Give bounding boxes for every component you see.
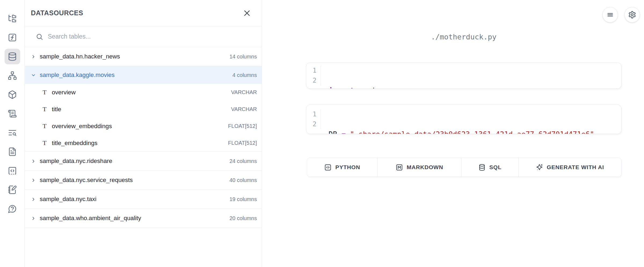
line-number: 2 [306,76,316,86]
code-square-icon [324,164,332,171]
line-numbers: 1 2 [306,66,321,86]
table-search [25,26,262,47]
add-button-label: SQL [489,164,502,170]
datasources-panel: DATASOURCES sample_data.hn.hacker_news 1… [25,0,262,267]
package-box-icon [8,90,17,99]
sidebar-item-datasources[interactable] [5,49,20,64]
database-icon [8,52,17,61]
panel-title: DATASOURCES [31,9,83,17]
chevron-right-icon [31,178,36,183]
chevron-right-icon [31,197,36,202]
sidebar-item-documentation[interactable] [5,144,20,160]
sparkles-icon [536,164,543,171]
column-row-title-embeddings[interactable]: T title_embeddings FLOAT[512] [25,135,262,151]
chevron-right-icon [31,54,36,59]
table-name: sample_data.hn.hacker_news [40,53,120,60]
database-icon [478,164,486,171]
markdown-square-icon [396,164,403,171]
settings-button[interactable] [624,7,640,23]
movies-columns-group: T overview VARCHAR T title VARCHAR T ove… [25,84,262,152]
table-columns-count: 4 columns [232,72,257,78]
sidebar-item-help[interactable] [5,201,20,217]
column-name: overview [52,89,76,96]
table-columns-count: 14 columns [230,54,257,60]
add-markdown-cell-button[interactable]: MARKDOWN [378,158,461,177]
table-name: sample_data.nyc.service_requests [40,177,133,184]
sidebar-item-notes[interactable] [5,182,20,198]
line-numbers: 1 2 [306,109,321,129]
table-row-who-ambient-air-quality[interactable]: sample_data.who.ambient_air_quality 20 c… [25,209,262,228]
add-cell-toolbar: PYTHON MARKDOWN SQL GENERATE WITH AI [307,158,621,177]
search-input[interactable] [48,33,262,40]
code-editor[interactable]: DB = "_share/sample_data/23b0d623-1361-4… [321,109,594,129]
table-columns-count: 24 columns [230,158,257,164]
close-panel-button[interactable] [243,9,251,17]
column-name: title_embeddings [52,140,97,147]
column-name: title [52,106,61,113]
code-cell-imports[interactable]: 1 2 import marimo as mo import duckdb [306,62,621,89]
text-type-icon: T [42,89,48,96]
network-graph-icon [8,71,17,80]
sidebar-item-outline-search[interactable] [5,125,20,140]
datasources-panel-header: DATASOURCES [25,0,262,26]
table-row-nyc-rideshare[interactable]: sample_data.nyc.rideshare 24 columns [25,152,262,171]
sidebar-item-snippets[interactable] [5,163,20,179]
column-name: overview_embeddings [52,123,112,130]
table-row-kaggle-movies[interactable]: sample_data.kaggle.movies 4 columns [25,66,262,84]
generate-with-ai-button[interactable]: GENERATE WITH AI [519,158,621,177]
chat-question-icon [8,204,17,213]
column-type: FLOAT[512] [228,140,257,146]
column-type: VARCHAR [231,106,257,112]
sidebar-item-logs[interactable] [5,106,20,121]
code-line: DB = "_share/sample_data/23b0d623-1361-4… [329,129,594,134]
table-row-nyc-service-requests[interactable]: sample_data.nyc.service_requests 40 colu… [25,171,262,190]
tables-list: sample_data.hn.hacker_news 14 columns sa… [25,47,262,228]
table-name: sample_data.who.ambient_air_quality [40,215,141,222]
add-sql-cell-button[interactable]: SQL [461,158,519,177]
table-row-nyc-taxi[interactable]: sample_data.nyc.taxi 19 columns [25,190,262,209]
text-type-icon: T [42,123,48,130]
close-icon [243,9,251,17]
add-button-label: PYTHON [335,164,360,170]
table-columns-count: 20 columns [230,215,257,221]
table-row-hacker-news[interactable]: sample_data.hn.hacker_news 14 columns [25,47,262,66]
add-button-label: GENERATE WITH AI [547,164,604,170]
table-name: sample_data.nyc.rideshare [40,158,112,165]
sidebar-item-file-explorer[interactable] [5,11,20,26]
code-line: import marimo as mo [329,86,410,89]
activity-rail [0,0,25,267]
column-row-overview-embeddings[interactable]: T overview_embeddings FLOAT[512] [25,118,262,135]
code-editor[interactable]: import marimo as mo import duckdb [321,66,410,86]
text-type-icon: T [42,106,48,113]
sidebar-item-packages[interactable] [5,87,20,102]
table-name: sample_data.kaggle.movies [40,72,115,79]
column-row-overview[interactable]: T overview VARCHAR [25,84,262,101]
sidebar-item-dependencies[interactable] [5,68,20,83]
add-button-label: MARKDOWN [407,164,443,170]
table-columns-count: 19 columns [230,196,257,202]
line-number: 1 [306,109,316,119]
search-icon [36,33,43,40]
gear-icon [628,11,636,19]
column-row-title[interactable]: T title VARCHAR [25,101,262,118]
line-number: 1 [306,66,316,76]
scroll-icon [8,109,17,118]
chevron-right-icon [31,159,36,164]
top-actions [602,7,640,23]
add-python-cell-button[interactable]: PYTHON [307,158,378,177]
chevron-right-icon [31,216,36,221]
folder-tree-icon [8,14,17,23]
notebook-filename[interactable]: ./motherduck.py [306,33,621,41]
notebook-area: ./motherduck.py 1 2 import marimo as mo … [262,0,644,267]
column-type: VARCHAR [231,89,257,95]
function-square-icon [8,33,17,42]
notebook-menu-button[interactable] [602,7,618,23]
code-cell-attach-db[interactable]: 1 2 DB = "_share/sample_data/23b0d623-13… [306,105,621,134]
file-text-icon [8,147,17,156]
sidebar-item-scratchpad[interactable] [5,30,20,45]
code-square-dashed-icon [8,166,17,175]
text-type-icon: T [42,139,48,147]
table-name: sample_data.nyc.taxi [40,196,96,203]
column-type: FLOAT[512] [228,123,257,129]
notebook-pen-icon [8,185,17,194]
